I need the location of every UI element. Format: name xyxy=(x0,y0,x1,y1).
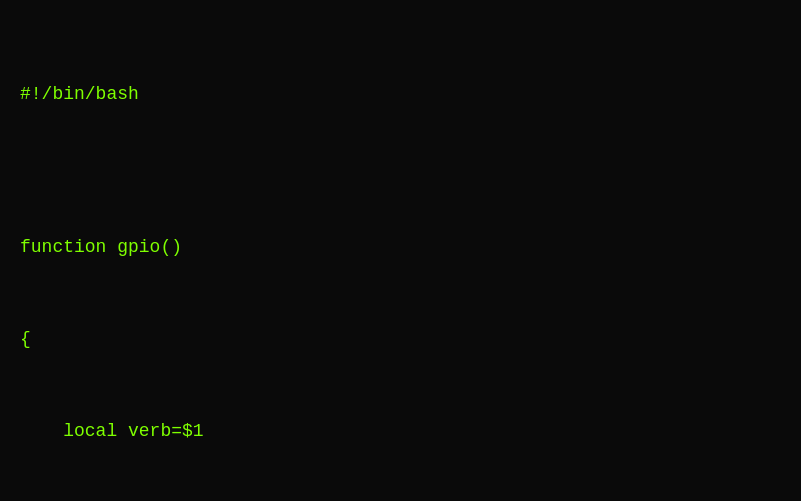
code-line-4: { xyxy=(20,324,781,355)
code-block: #!/bin/bash function gpio() { local verb… xyxy=(0,0,801,501)
code-line-5: local verb=$1 xyxy=(20,416,781,447)
code-line-1: #!/bin/bash xyxy=(20,79,781,110)
code-line-3: function gpio() xyxy=(20,232,781,263)
